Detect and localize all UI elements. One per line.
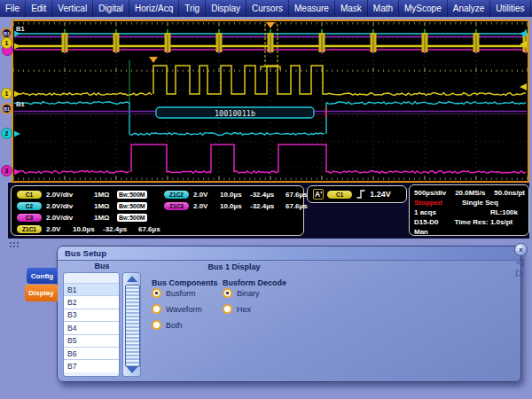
- radio-hex[interactable]: Hex: [223, 304, 251, 314]
- tab-config[interactable]: Config: [27, 268, 58, 284]
- bus-decode-value: 10010011b: [215, 109, 255, 118]
- radio-busform-label: Busform: [166, 289, 196, 298]
- radio-busform[interactable]: Busform: [152, 288, 196, 298]
- ch1-scale: 2.0V/div: [46, 191, 94, 199]
- acquisition-readout-box: 500µs/div 20.0MS/s 50.0ns/pt Stopped Sin…: [409, 184, 529, 236]
- radio-waveform[interactable]: Waveform: [152, 304, 202, 314]
- menu-math[interactable]: Math: [368, 0, 399, 17]
- channel2-marker-zoom[interactable]: 2: [1, 128, 12, 139]
- acq-status: Stopped: [414, 199, 442, 207]
- ch3-badge: C3: [17, 214, 42, 222]
- readout-z1c2: Z1C2 2.0V 10.0µs -32.4µs 67.6µs: [164, 190, 316, 200]
- record-length: RL:100k: [490, 208, 518, 216]
- ch3-scale: 2.0V/div: [46, 214, 94, 222]
- z1c1-scale: 2.0V: [46, 225, 73, 233]
- z1c3-v2: -32.4µs: [250, 202, 286, 210]
- scrollbar-thumb[interactable]: [125, 285, 140, 367]
- bus-list-item-b4[interactable]: B4: [64, 321, 119, 333]
- dialog-close-icon: x: [519, 246, 522, 254]
- sample-resolution: 50.0ns/pt: [494, 189, 525, 197]
- bus-marker-zoom[interactable]: B1: [1, 103, 12, 114]
- scroll-down-icon[interactable]: [127, 367, 137, 373]
- radio-binary-circle[interactable]: [223, 288, 232, 298]
- tab-display[interactable]: Display: [25, 285, 58, 301]
- menu-analyze[interactable]: Analyze: [448, 0, 491, 17]
- radio-both[interactable]: Both: [152, 320, 183, 330]
- menu-file[interactable]: File: [0, 0, 26, 17]
- channel3-marker-zoom[interactable]: 3: [1, 165, 12, 176]
- timebase: 500µs/div: [414, 189, 446, 197]
- ch2-badge: C2: [17, 202, 42, 210]
- nav-next-icon[interactable]: ▷: [516, 268, 523, 278]
- z1c1-badge: Z1C1: [17, 225, 42, 233]
- time-resolution: Time Res: 1.0s/pt: [455, 218, 513, 226]
- bus-list: B1 B2 B3 B4 B5 B6 B7: [63, 272, 120, 377]
- channel1-marker-zoom[interactable]: 1: [1, 88, 12, 99]
- radio-waveform-circle[interactable]: [152, 304, 161, 314]
- channel-readout-box: C1 2.0V/div 1MΩ BW:500M C2 2.0V/div 1MΩ …: [11, 185, 304, 236]
- z1c2-scale: 2.0V: [193, 191, 220, 199]
- menu-digital[interactable]: Digital: [93, 0, 129, 17]
- menu-myscope[interactable]: MyScope: [399, 0, 448, 17]
- menu-edit[interactable]: Edit: [26, 0, 52, 17]
- menu-utilities[interactable]: Utilities: [490, 0, 530, 17]
- bus-list-item-b7[interactable]: B7: [64, 359, 119, 372]
- bus-setup-dialog: Bus Setup Bus B1 B2 B3 B4 B5 B6 B7 Bus 1…: [57, 246, 521, 382]
- radio-hex-circle[interactable]: [223, 304, 232, 314]
- nav-previous-icon[interactable]: ◁: [516, 257, 523, 267]
- dialog-title-bar[interactable]: Bus Setup: [58, 246, 520, 261]
- ch3-bandwidth: BW:500M: [117, 214, 147, 222]
- acq-mode: Single Seq: [462, 199, 498, 207]
- readout-z1c3: Z1C3 2.0V 10.0µs -32.4µs 67.6µs: [164, 201, 316, 211]
- acq-count: 1 acqs: [414, 208, 436, 216]
- radio-both-circle[interactable]: [152, 320, 161, 330]
- readout-ch3: C3 2.0V/div 1MΩ BW:500M: [17, 213, 147, 223]
- z1c2-v1: 10.0µs: [220, 191, 250, 199]
- radio-busform-circle[interactable]: [152, 288, 161, 298]
- channel1-marker-overview[interactable]: 1: [1, 37, 12, 49]
- trigger-level: 1.24V: [370, 190, 391, 199]
- bus-list-item-b3[interactable]: B3: [64, 309, 119, 321]
- menu-bar: File Edit Vertical Digital Horiz/Acq Tri…: [0, 0, 532, 17]
- menu-mask[interactable]: Mask: [335, 0, 368, 17]
- bus-label-zoom: B1: [16, 100, 25, 108]
- dialog-close-button[interactable]: x: [514, 243, 528, 256]
- ch3-impedance: 1MΩ: [94, 214, 117, 222]
- ch2-bandwidth: BW:500M: [117, 202, 147, 210]
- bus-list-item-b5[interactable]: B5: [64, 334, 119, 347]
- radio-both-label: Both: [166, 321, 183, 330]
- readout-z1c1: Z1C1 2.0V 10.0µs -32.4µs 67.6µs: [17, 224, 168, 234]
- menu-measure[interactable]: Measure: [289, 0, 335, 17]
- bus-list-item-b1[interactable]: B1: [64, 283, 119, 295]
- z1c3-v1: 10.0µs: [220, 202, 250, 210]
- menu-horiz-acq[interactable]: Horiz/Acq: [129, 0, 179, 17]
- bus-decode-box: 10010011b: [156, 107, 314, 118]
- trigger-source-badge: C1: [327, 191, 352, 199]
- trigger-readout-box: A' C1 1.24V: [307, 185, 407, 203]
- z1c3-v3: 67.6µs: [286, 202, 316, 210]
- bus-list-scrollbar[interactable]: [122, 272, 141, 377]
- menu-vertical[interactable]: Vertical: [52, 0, 93, 17]
- bus-label-overview: B1: [16, 25, 25, 33]
- digital-channels: D15-D0: [414, 218, 439, 226]
- rising-edge-icon: [356, 189, 366, 200]
- radio-hex-label: Hex: [237, 305, 251, 314]
- drag-handle[interactable]: [9, 241, 20, 249]
- bus-list-header: Bus: [63, 262, 141, 270]
- acq-manual: Man: [414, 228, 428, 236]
- menu-trig[interactable]: Trig: [179, 0, 206, 17]
- scroll-up-icon[interactable]: [127, 276, 137, 282]
- waveform-canvas: 10010011b: [13, 21, 528, 181]
- z1c2-badge: Z1C2: [164, 191, 189, 199]
- radio-waveform-label: Waveform: [166, 305, 202, 314]
- dialog-title: Bus Setup: [65, 248, 106, 258]
- bus-list-item-b6[interactable]: B6: [64, 347, 119, 359]
- menu-cursors[interactable]: Cursors: [246, 0, 289, 17]
- bus-list-item-b2[interactable]: B2: [64, 295, 119, 308]
- z1c1-v1: 10.0µs: [73, 225, 103, 233]
- radio-binary[interactable]: Binary: [223, 288, 260, 298]
- z1c2-v2: -32.4µs: [250, 191, 286, 199]
- oscilloscope-screen: { "menu": { "items": ["File","Edit","Ver…: [0, 0, 532, 399]
- bus-components-label: Bus Components: [152, 278, 218, 287]
- menu-display[interactable]: Display: [206, 0, 246, 17]
